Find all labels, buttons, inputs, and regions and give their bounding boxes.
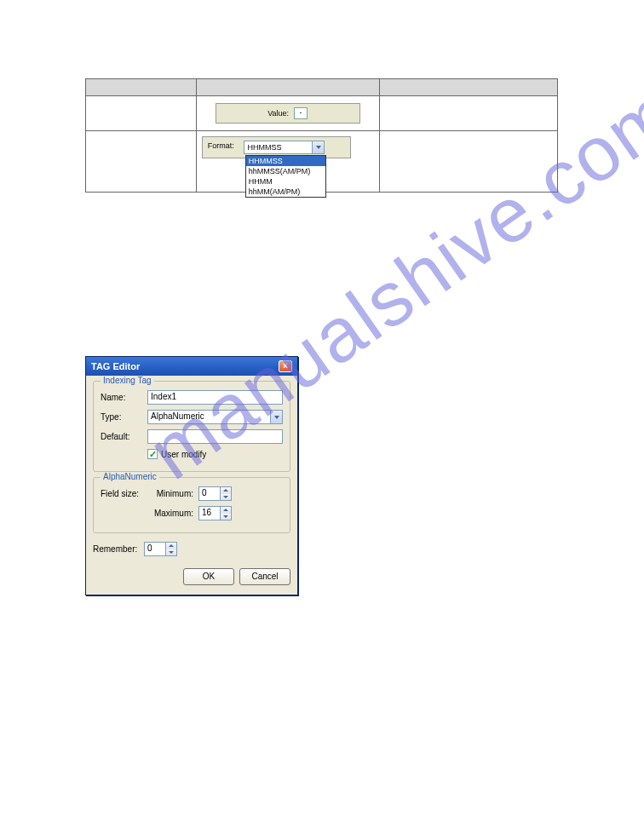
value-label: Value:	[267, 109, 289, 118]
alphanumeric-group: AlphaNumeric Field size: Minimum: 0 Maxi…	[93, 477, 290, 533]
type-value: AlphaNumeric	[151, 411, 204, 421]
format-option[interactable]: hhMMSS(AM/PM)	[246, 166, 325, 176]
user-modify-label: User modify	[161, 450, 206, 459]
chevron-up-icon[interactable]	[166, 543, 176, 549]
chevron-down-icon[interactable]	[221, 494, 231, 501]
minimum-label: Minimum:	[147, 489, 198, 498]
dialog-title: TAG Editor	[91, 361, 140, 371]
minimum-spinner[interactable]: 0	[198, 486, 232, 501]
chevron-down-icon[interactable]	[312, 141, 324, 153]
remember-label: Remember:	[93, 544, 144, 554]
format-option[interactable]: hhMM(AM/PM)	[246, 187, 325, 197]
name-label: Name:	[101, 393, 147, 402]
value-panel: Value: -	[216, 103, 360, 124]
default-input[interactable]	[147, 429, 283, 444]
table-header-row	[86, 79, 558, 96]
settings-table: Value: - Format: HHMMSS HHMMSS hhMMSS(AM…	[85, 78, 558, 193]
group-legend: AlphaNumeric	[101, 472, 159, 481]
format-option[interactable]: HHMM	[246, 176, 325, 187]
ok-button[interactable]: OK	[183, 568, 234, 585]
remember-spinner[interactable]: 0	[144, 542, 177, 556]
chevron-down-icon[interactable]	[221, 514, 231, 520]
chevron-down-icon[interactable]	[270, 411, 282, 423]
maximum-label: Maximum:	[147, 509, 198, 518]
value-input[interactable]: -	[294, 107, 308, 119]
field-size-label: Field size:	[101, 489, 147, 498]
format-label: Format:	[208, 141, 242, 150]
chevron-up-icon[interactable]	[221, 487, 231, 494]
format-selected-value: HHMMSS	[247, 143, 281, 152]
check-icon: ✓	[149, 450, 157, 458]
format-option[interactable]: HHMMSS	[246, 156, 325, 166]
minimum-value[interactable]: 0	[198, 486, 221, 501]
format-combobox[interactable]: HHMMSS	[244, 141, 325, 154]
remember-value[interactable]: 0	[144, 542, 166, 556]
default-label: Default:	[101, 432, 147, 441]
close-icon[interactable]: ×	[279, 360, 292, 372]
table-row: Format: HHMMSS HHMMSS hhMMSS(AM/PM) HHMM…	[86, 131, 558, 193]
type-combobox[interactable]: AlphaNumeric	[147, 410, 283, 424]
maximum-spinner[interactable]: 16	[198, 506, 232, 520]
table-row: Value: -	[86, 96, 558, 131]
tag-editor-dialog: TAG Editor × Indexing Tag Name: Index1 T…	[85, 356, 298, 595]
maximum-value[interactable]: 16	[198, 506, 221, 520]
group-legend: Indexing Tag	[101, 376, 154, 385]
name-input[interactable]: Index1	[147, 390, 283, 405]
titlebar[interactable]: TAG Editor ×	[86, 357, 297, 376]
cancel-button[interactable]: Cancel	[239, 568, 290, 585]
chevron-down-icon[interactable]	[166, 549, 176, 556]
chevron-up-icon[interactable]	[221, 507, 231, 514]
format-panel: Format: HHMMSS HHMMSS hhMMSS(AM/PM) HHMM…	[202, 136, 351, 158]
indexing-tag-group: Indexing Tag Name: Index1 Type: AlphaNum…	[93, 381, 290, 472]
user-modify-checkbox[interactable]: ✓	[147, 449, 158, 459]
type-label: Type:	[101, 412, 147, 422]
format-dropdown: HHMMSS hhMMSS(AM/PM) HHMM hhMM(AM/PM)	[245, 155, 326, 198]
